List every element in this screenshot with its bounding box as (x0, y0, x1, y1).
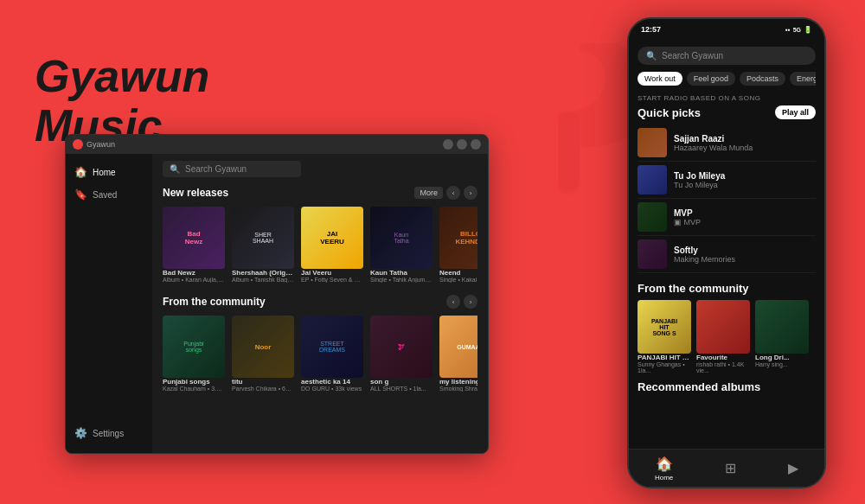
qp-artist-1: Tu Jo Mileya (674, 181, 816, 189)
quick-pick-item[interactable]: Sajjan Raazi Hazaarey Wala Munda (638, 124, 816, 162)
desktop-titlebar: Gyawun − □ × (66, 135, 488, 154)
filter-chips: Work out Feel good Podcasts Energ... (638, 72, 816, 86)
sidebar-item-saved[interactable]: 🔖 Saved (66, 183, 152, 206)
next-btn-2[interactable]: › (464, 295, 477, 309)
album-sub: Single • Tahik Anjum & U... (370, 277, 432, 283)
qp-artist-0: Hazaarey Wala Munda (674, 144, 816, 152)
album-title: aesthetic ka 14 (301, 378, 363, 386)
album-sub: Smoking Shradar • 37k views (439, 386, 477, 392)
community-card[interactable]: GUMAAN my listening list Smoking Shradar… (439, 316, 477, 392)
album-title: Kaun Tatha (370, 269, 432, 277)
community-thumb-0: PANJABIHITSONG S (638, 300, 691, 354)
bottom-nav-library[interactable]: ⊞ (725, 460, 736, 476)
prev-btn-2[interactable]: ‹ (446, 295, 460, 309)
community-card[interactable]: STREETDREAMS aesthetic ka 14 DO GURU • 3… (301, 316, 363, 392)
home-nav-icon: 🏠 (656, 456, 673, 472)
album-card[interactable]: KaunTatha Kaun Tatha Single • Tahik Anju… (370, 207, 432, 283)
close-btn[interactable]: × (471, 139, 481, 150)
app-name-label: Gyawun (86, 140, 115, 149)
album-title: Bad Newz (163, 269, 225, 277)
qp-thumb-0 (638, 128, 667, 157)
desktop-search-bar[interactable]: 🔍 Search Gyawun (163, 161, 301, 177)
qp-artist-3: Making Memories (674, 255, 816, 264)
album-title: my listening list (439, 378, 477, 386)
album-card[interactable]: BadNewz Bad Newz Album • Karan Aujla, Vi… (163, 207, 225, 283)
network-icon: 5G (793, 27, 801, 33)
qp-name-3: Softly (674, 246, 816, 255)
community-card-2[interactable]: Long Dri... Harry sing... (755, 300, 809, 373)
signal-icon: ▪▪ (785, 26, 791, 34)
album-title: titu (232, 378, 294, 386)
community-thumb-2 (755, 300, 809, 354)
next-btn[interactable]: › (464, 186, 477, 200)
new-releases-header: New releases More ‹ › (163, 186, 477, 200)
album-card[interactable]: BILLOKEHND... Neend Single • Kakai (439, 207, 477, 283)
bottom-nav-home[interactable]: 🏠 Home (655, 456, 673, 482)
mobile-body: 🔍 Search Gyawun Work out Feel good Podca… (629, 40, 824, 449)
qp-thumb-1 (638, 165, 667, 195)
community-card[interactable]: Noor titu Parvesh Chikara • 6k views (232, 316, 294, 392)
new-releases-title: New releases (163, 187, 228, 199)
prev-btn[interactable]: ‹ (446, 186, 460, 200)
community-card[interactable]: Punjabisongs Punjabi songs Kazal Chauham… (163, 316, 225, 392)
community-section-title: From the community (638, 282, 816, 295)
album-sub: Album • Tanishk Bagchi, Jav... (232, 277, 294, 283)
window-controls: − □ × (443, 139, 481, 150)
radio-label: START RADIO BASED ON A SONG (638, 94, 816, 102)
community-card-sub-0: Sunny Ghangas • 1la... (638, 361, 691, 373)
chip-feelgood[interactable]: Feel good (687, 72, 735, 86)
library-nav-icon: ⊞ (725, 460, 736, 476)
album-title: Jai Veeru (301, 269, 363, 277)
quick-pick-item[interactable]: MVP ▣ MVP (638, 199, 816, 236)
time-display: 12:57 (641, 25, 661, 34)
quick-pick-item[interactable]: Tu Jo Mileya Tu Jo Mileya (638, 162, 816, 199)
chip-workout[interactable]: Work out (638, 72, 682, 86)
chip-energy[interactable]: Energ... (790, 72, 816, 86)
home-nav-label: Home (655, 474, 673, 482)
community-card-0[interactable]: PANJABIHITSONG S PANJABI HIT SONGS Sunny… (638, 300, 691, 373)
svg-rect-0 (558, 112, 580, 190)
sidebar-settings[interactable]: ⚙️ Settings (66, 420, 152, 446)
community-card[interactable]: 🕊 son g ALL SHORTS • 1la... (370, 316, 432, 392)
community-card-sub-2: Harry sing... (755, 361, 809, 367)
settings-icon: ⚙️ (74, 427, 87, 439)
mobile-community-row: PANJABIHITSONG S PANJABI HIT SONGS Sunny… (638, 300, 816, 373)
qp-name-2: MVP (674, 208, 816, 218)
mobile-mockup: 12:57 ▪▪ 5G 🔋 🔍 Search Gyawun Work out F… (627, 17, 826, 488)
community-card-title-2: Long Dri... (755, 354, 809, 361)
mobile-search-bar[interactable]: 🔍 Search Gyawun (638, 47, 816, 65)
minimize-btn[interactable]: − (443, 139, 453, 150)
mobile-bottom-nav: 🏠 Home ⊞ ▶ (629, 449, 824, 487)
desktop-sidebar: 🏠 Home 🔖 Saved ⚙️ Settings (66, 154, 152, 453)
sidebar-item-home[interactable]: 🏠 Home (66, 161, 152, 183)
more-button[interactable]: More (414, 187, 443, 199)
saved-icon: 🔖 (74, 188, 87, 201)
qp-name-1: Tu Jo Mileya (674, 171, 816, 181)
album-sub: Parvesh Chikara • 6k views (232, 386, 294, 392)
battery-icon: 🔋 (804, 26, 812, 34)
quick-picks-header: Quick picks Play all (638, 105, 816, 119)
album-title: Neend (439, 269, 477, 277)
home-icon: 🏠 (74, 166, 87, 178)
mobile-search-icon: 🔍 (646, 51, 657, 61)
sidebar-home-label: Home (93, 168, 116, 177)
sidebar-saved-label: Saved (93, 190, 117, 200)
desktop-mockup: Gyawun − □ × 🏠 Home 🔖 Saved ⚙️ Sett (65, 134, 489, 454)
qp-artist-2: ▣ MVP (674, 218, 816, 226)
app-icon (73, 139, 83, 150)
album-sub: ALL SHORTS • 1la... (370, 386, 432, 392)
community-thumb-1 (696, 300, 750, 354)
community-header: From the community ‹ › (163, 295, 477, 309)
community-card-1[interactable]: Favourite rishab rathi • 1.4K vie... (696, 300, 750, 373)
album-card[interactable]: JAIVEERU Jai Veeru EP • Fotty Seven & Ro… (301, 207, 363, 283)
community-row: Punjabisongs Punjabi songs Kazal Chauham… (163, 316, 477, 392)
maximize-btn[interactable]: □ (457, 139, 467, 150)
community-card-title-0: PANJABI HIT SONGS (638, 354, 691, 361)
quick-pick-item[interactable]: Softly Making Memories (638, 236, 816, 273)
bottom-nav-play[interactable]: ▶ (788, 460, 798, 476)
community-title: From the community (163, 296, 266, 308)
qp-thumb-2 (638, 202, 667, 232)
play-all-button[interactable]: Play all (775, 105, 816, 119)
chip-podcasts[interactable]: Podcasts (740, 72, 785, 86)
album-card[interactable]: SHERSHAAH Shershaah (Original Moti on Pi… (232, 207, 294, 283)
